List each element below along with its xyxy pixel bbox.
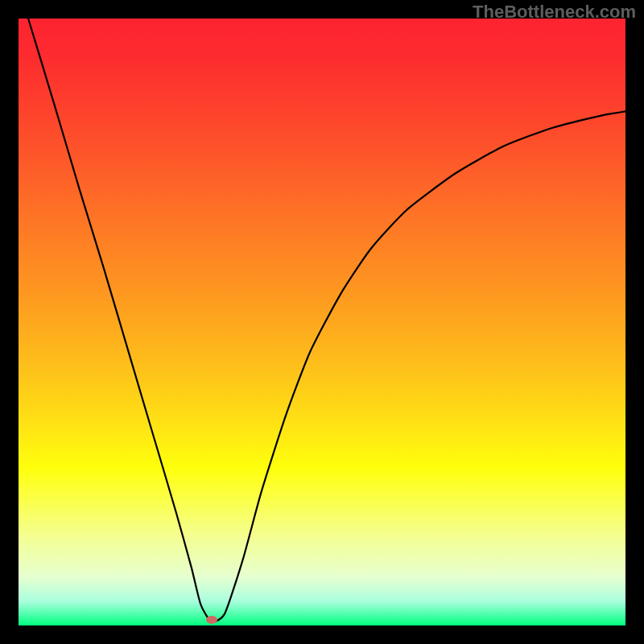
minimum-marker-dot — [206, 616, 217, 624]
chart-curve — [19, 19, 625, 625]
chart-plot-area — [19, 19, 625, 625]
